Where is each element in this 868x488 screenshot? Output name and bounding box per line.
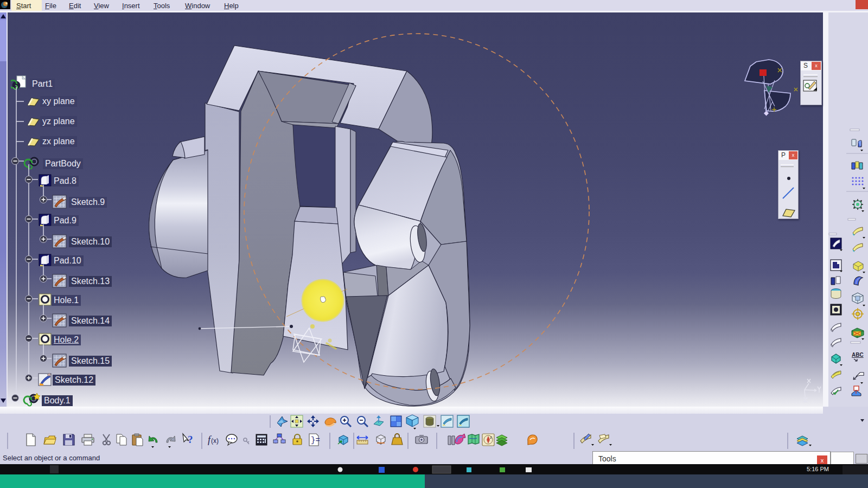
svg-text:z: z <box>490 435 492 440</box>
svg-text:?: ? <box>188 434 193 445</box>
svg-text:ABC: ABC <box>852 352 864 358</box>
svg-text:}=: }= <box>311 436 320 445</box>
svg-text:(x): (x) <box>211 437 219 445</box>
